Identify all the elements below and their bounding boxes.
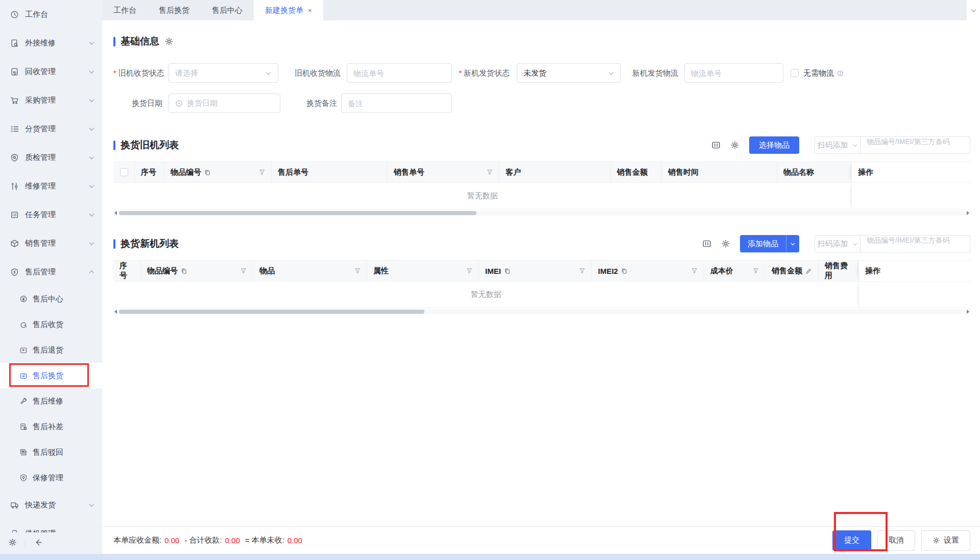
chevron-down-icon — [88, 240, 95, 247]
service-center-icon — [19, 295, 28, 303]
chevron-down-icon — [88, 502, 95, 508]
scrollbar-thumb[interactable] — [119, 310, 424, 314]
tab-label: 工作台 — [113, 6, 136, 15]
copy-icon[interactable] — [204, 169, 211, 176]
sidebar-item-aftersales-repair[interactable]: 售后维修 — [0, 388, 102, 414]
filter-icon[interactable] — [354, 268, 361, 274]
select-items-button[interactable]: 选择物品 — [749, 136, 799, 154]
sidebar-item-sales[interactable]: 销售管理 — [0, 229, 102, 258]
add-items-split-button[interactable]: 添加物品 — [740, 235, 799, 252]
add-items-dropdown-arrow[interactable] — [786, 235, 799, 252]
old-receive-logistics-input-wrap — [347, 63, 452, 83]
column-settings-icon[interactable] — [711, 141, 721, 150]
amount-summary: 本单应收金额: 0.00 - 合计收款: 0.00 = 本单未收: 0.00 — [113, 535, 305, 545]
header-cell: 销售时间 — [662, 162, 777, 182]
sidebar-item-recycle[interactable]: 回收管理 — [0, 57, 102, 86]
edit-pencil-icon[interactable] — [805, 268, 812, 274]
header-cell: 销售费用 — [819, 261, 858, 281]
old-receive-status-select[interactable]: 请选择 — [169, 63, 278, 83]
settings-gear-icon[interactable] — [8, 538, 17, 548]
sidebar-item-label: 工作台 — [25, 10, 95, 19]
settings-button[interactable]: 设置 — [921, 530, 970, 551]
table-gear-icon[interactable] — [730, 141, 739, 150]
old-list-section: 换货旧机列表 选择物品 扫码添加 — [113, 136, 970, 154]
collapse-sidebar-icon[interactable] — [34, 538, 42, 548]
close-tab-icon[interactable]: × — [308, 7, 312, 14]
header-cell: 物品编号 — [164, 162, 272, 182]
filter-icon[interactable] — [753, 268, 759, 274]
sidebar-item-repair[interactable]: 维修管理 — [0, 172, 102, 200]
sidebar-item-label: 售后补差 — [33, 422, 63, 432]
chevron-down-icon — [88, 126, 95, 132]
section-settings-gear-icon[interactable] — [164, 37, 174, 46]
sidebar-item-quality[interactable]: 质检管理 — [0, 143, 102, 172]
scan-add-button[interactable]: 扫码添加 — [815, 235, 861, 252]
exchange-date-picker[interactable]: 换货日期 — [169, 94, 280, 113]
sidebar-item-express-delivery[interactable]: 快递发货 — [0, 491, 102, 519]
sidebar-item-purchase[interactable]: 采购管理 — [0, 86, 102, 114]
no-logistics-checkbox[interactable] — [791, 69, 799, 77]
doc-reject-icon — [19, 448, 28, 456]
scrollbar-thumb[interactable] — [119, 211, 476, 215]
tab-workbench[interactable]: 工作台 — [102, 0, 148, 20]
filter-icon[interactable] — [691, 268, 698, 274]
old-list-table-header: 序号 物品编号 售后单号 销售单号 客户 销售金额 销售时间 物品名称 操作 — [113, 161, 970, 183]
filter-icon[interactable] — [487, 169, 493, 175]
copy-icon[interactable] — [621, 268, 628, 274]
sidebar-item-external-repair[interactable]: 外接维修 — [0, 29, 102, 57]
add-items-label[interactable]: 添加物品 — [740, 235, 786, 252]
copy-icon[interactable] — [181, 268, 187, 274]
old-receive-logistics-input[interactable] — [353, 69, 445, 78]
sidebar-item-label: 售后管理 — [25, 267, 88, 277]
sidebar-item-aftersales-receive[interactable]: 售后收货 — [0, 312, 102, 337]
sidebar-item-aftersales-reject[interactable]: 售后驳回 — [0, 439, 102, 465]
sidebar-item-label: 维修管理 — [25, 181, 88, 191]
sidebar-item-distribution[interactable]: 分货管理 — [0, 114, 102, 143]
info-circle-icon[interactable] — [837, 70, 844, 77]
select-all-checkbox[interactable] — [120, 168, 128, 176]
fixed-actions-column — [858, 282, 970, 308]
old-scan-input-wrap — [861, 136, 970, 154]
sidebar-item-aftersales-compensation[interactable]: 售后补差 — [0, 414, 102, 439]
sidebar-item-label: 销售管理 — [25, 239, 88, 248]
scroll-right-arrow-icon[interactable] — [967, 211, 969, 215]
exchange-remark-input[interactable] — [348, 99, 445, 108]
tab-new-exchange-order[interactable]: 新建换货单 × — [254, 0, 323, 20]
tab-aftersales-exchange[interactable]: 售后换货 — [148, 0, 201, 20]
filter-icon[interactable] — [579, 268, 585, 274]
old-scan-input[interactable] — [867, 137, 964, 146]
select-value: 未发货 — [523, 68, 546, 78]
cancel-button[interactable]: 取消 — [877, 530, 915, 551]
new-list-horizontal-scrollbar[interactable] — [113, 309, 970, 314]
scan-add-button[interactable]: 扫码添加 — [815, 136, 861, 154]
column-label: 操作 — [858, 168, 873, 177]
scroll-left-arrow-icon[interactable] — [114, 310, 117, 314]
sidebar-item-task[interactable]: 任务管理 — [0, 200, 102, 229]
new-ship-status-select[interactable]: 未发货 — [517, 63, 621, 83]
header-cell: 销售金额 — [766, 261, 819, 281]
tab-aftersales-center[interactable]: 售后中心 — [201, 0, 254, 20]
scroll-right-arrow-icon[interactable] — [967, 310, 969, 314]
shield-wrench-icon — [19, 474, 28, 482]
filter-icon[interactable] — [259, 169, 265, 175]
table-gear-icon[interactable] — [721, 239, 730, 248]
old-list-horizontal-scrollbar[interactable] — [113, 211, 970, 216]
sidebar-item-warranty[interactable]: 保修管理 — [0, 465, 102, 491]
sidebar-item-aftersales-return[interactable]: 售后退货 — [0, 337, 102, 363]
tab-list-dropdown-button[interactable] — [967, 0, 980, 20]
column-settings-icon[interactable] — [702, 239, 711, 248]
submit-button[interactable]: 提交 — [832, 530, 871, 551]
new-ship-logistics-input[interactable] — [691, 69, 777, 78]
copy-icon[interactable] — [504, 268, 511, 274]
scroll-left-arrow-icon[interactable] — [114, 211, 117, 215]
chevron-up-icon — [88, 269, 95, 275]
sidebar-item-aftersales-center[interactable]: 售后中心 — [0, 286, 102, 312]
sidebar-item-aftersales-exchange[interactable]: 售后换货 — [0, 363, 102, 388]
new-scan-input[interactable] — [867, 236, 964, 244]
filter-icon[interactable] — [466, 268, 472, 274]
filter-icon[interactable] — [241, 268, 247, 274]
sidebar-item-aftersales[interactable]: 售后管理 — [0, 258, 102, 286]
chevron-down-icon — [88, 40, 95, 46]
tab-label: 新建换货单 — [265, 6, 303, 15]
sidebar-item-workbench[interactable]: 工作台 — [0, 0, 102, 29]
